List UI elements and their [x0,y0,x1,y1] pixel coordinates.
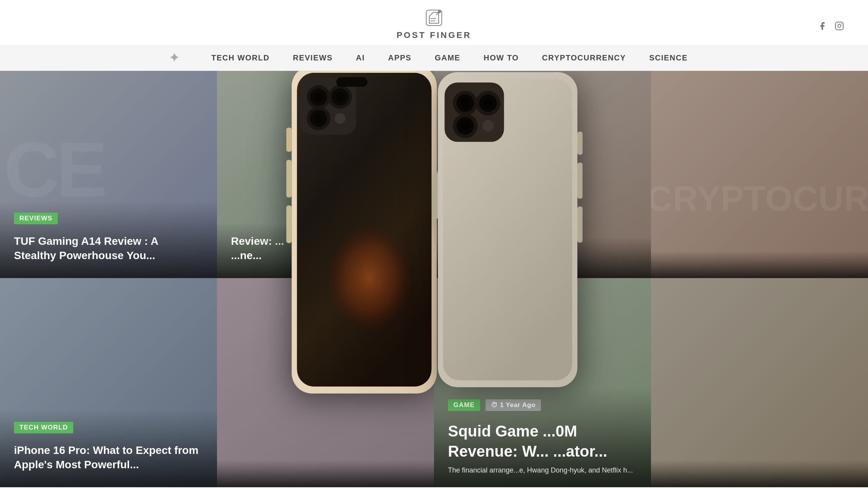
card-5-badges: TECH WORLD [14,422,203,439]
card-bg-8 [651,278,868,487]
svg-rect-42 [577,163,582,199]
header-top: POST FINGER [0,7,868,45]
card-5-title: iPhone 16 Pro: What to Expect from Apple… [14,443,203,472]
card-bg-4: CRYPTOCURRENCY [651,71,868,278]
nav-items: TECH WORLD REVIEWS AI APPS GAME HOW TO C… [200,53,699,62]
nav-item-reviews[interactable]: REVIEWS [281,53,344,62]
iphone-right:  [430,71,585,396]
card-4-content [651,251,868,278]
svg-point-18 [314,114,323,123]
iphone-right-svg:  [430,71,585,396]
crypto-watermark: CRYPTOCURRENCY [651,181,868,216]
time-badge: ⏱ 1 Year Ago [486,399,541,411]
svg-rect-22 [286,160,292,198]
card-reviews-tuf[interactable]: CE REVIEWS TUF Gaming A14 Review : A Ste… [0,71,217,278]
game-badge: GAME [448,399,480,411]
svg-rect-41 [577,132,582,155]
svg-point-1 [438,10,441,13]
nav-item-game[interactable]: GAME [423,53,472,62]
svg-point-19 [335,113,346,124]
svg-rect-20 [336,77,367,87]
card-7-title: Squid Game ...0MRevenue: W... ...ator... [448,421,637,461]
header: POST FINGER ✦ TECH WORLD REVIEWS AI [0,0,868,71]
instagram-icon[interactable] [834,21,845,31]
svg-point-25 [327,224,413,332]
svg-point-4 [841,23,842,24]
ce-watermark: CE [4,131,104,208]
nav-item-apps[interactable]: APPS [376,53,423,62]
nav-star-icon: ✦ [169,51,180,65]
card-1-content: REVIEWS TUF Gaming A14 Review : A Stealt… [0,201,217,278]
iphone-left [283,71,446,396]
svg-rect-2 [835,22,843,30]
reviews-badge: REVIEWS [14,213,58,224]
card-1-badges: REVIEWS [14,213,203,230]
phones-overlay:  [283,71,585,396]
content-area: CE REVIEWS TUF Gaming A14 Review : A Ste… [0,71,868,487]
card-7-content: GAME ⏱ 1 Year Ago Squid Game ...0MRevenu… [434,388,651,487]
nav-item-science[interactable]: SCIENCE [637,53,699,62]
card-1-title: TUF Gaming A14 Review : A Stealthy Power… [14,234,203,263]
svg-rect-44 [433,173,438,219]
svg-point-38 [461,121,470,131]
svg-point-3 [838,24,841,27]
svg-point-15 [336,93,344,101]
social-icons [817,21,845,31]
nav-item-howto[interactable]: HOW TO [472,53,530,62]
facebook-icon[interactable] [817,21,828,31]
svg-rect-43 [577,206,582,242]
card-techworld-iphone[interactable]: TECH WORLD iPhone 16 Pro: What to Expect… [0,278,217,487]
svg-point-12 [314,93,323,101]
card-crypto[interactable]: CRYPTOCURRENCY [651,71,868,278]
card-8[interactable] [651,278,868,487]
svg-point-32 [461,98,470,108]
iphone-left-svg [283,71,446,396]
card-7-badges: GAME ⏱ 1 Year Ago [448,399,637,416]
logo-area: POST FINGER [396,7,471,40]
card-6-content [217,460,434,487]
logo-text: POST FINGER [396,30,471,40]
techworld-badge: TECH WORLD [14,422,73,433]
svg-text::  [505,220,515,251]
nav-item-ai[interactable]: AI [344,53,376,62]
nav-item-cryptocurrency[interactable]: CRYPTOCURRENCY [530,53,638,62]
svg-rect-21 [286,127,292,151]
card-7-excerpt: The financial arrange...e, Hwang Dong-hy… [448,465,637,476]
card-5-content: TECH WORLD iPhone 16 Pro: What to Expect… [0,410,217,487]
card-8-content [651,460,868,487]
logo-icon [423,7,445,29]
main-nav: ✦ TECH WORLD REVIEWS AI APPS GAME HOW TO… [0,45,868,70]
svg-rect-23 [286,206,292,243]
nav-item-techworld[interactable]: TECH WORLD [200,53,281,62]
svg-point-35 [483,98,493,108]
svg-point-40 [482,120,494,131]
